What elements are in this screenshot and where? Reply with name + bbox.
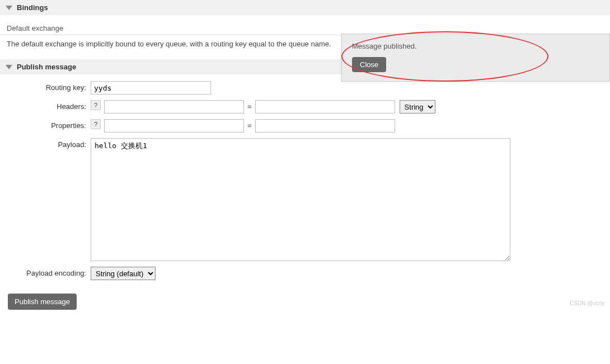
bindings-title: Bindings <box>17 3 48 12</box>
routing-key-input[interactable] <box>91 81 211 94</box>
headers-key-input[interactable] <box>104 100 244 114</box>
headers-value-input[interactable] <box>255 100 395 114</box>
chevron-down-icon <box>6 65 12 69</box>
payload-label: Payload: <box>7 138 91 149</box>
watermark-text: CSDN @vcoy <box>570 300 604 306</box>
equals-sign: = <box>244 119 255 133</box>
bindings-section-header[interactable]: Bindings <box>0 0 610 15</box>
properties-value-input[interactable] <box>255 119 395 133</box>
payload-encoding-row: Payload encoding: String (default) <box>7 267 603 280</box>
notification-panel: Message published. Close <box>341 34 610 82</box>
payload-encoding-label: Payload encoding: <box>7 267 91 277</box>
close-button[interactable]: Close <box>352 57 386 72</box>
payload-encoding-select[interactable]: String (default) <box>91 267 156 280</box>
equals-sign: = <box>244 100 255 114</box>
properties-help-button[interactable]: ? <box>91 119 101 129</box>
publish-form: Routing key: Headers: ? = String Propert… <box>0 81 610 290</box>
chevron-down-icon <box>6 6 12 10</box>
routing-key-label: Routing key: <box>7 81 91 92</box>
publish-message-button[interactable]: Publish message <box>8 294 77 310</box>
headers-row: Headers: ? = String <box>7 100 603 114</box>
routing-key-row: Routing key: <box>7 81 603 94</box>
properties-key-input[interactable] <box>104 119 244 133</box>
payload-row: Payload: hello 交换机1 <box>7 138 603 261</box>
properties-row: Properties: ? = <box>7 119 603 133</box>
publish-title: Publish message <box>17 63 76 71</box>
headers-type-select[interactable]: String <box>400 100 435 114</box>
headers-help-button[interactable]: ? <box>91 100 101 110</box>
payload-textarea[interactable]: hello 交换机1 <box>91 138 510 261</box>
headers-label: Headers: <box>7 100 91 111</box>
properties-label: Properties: <box>7 119 91 130</box>
notification-message: Message published. <box>352 42 599 50</box>
